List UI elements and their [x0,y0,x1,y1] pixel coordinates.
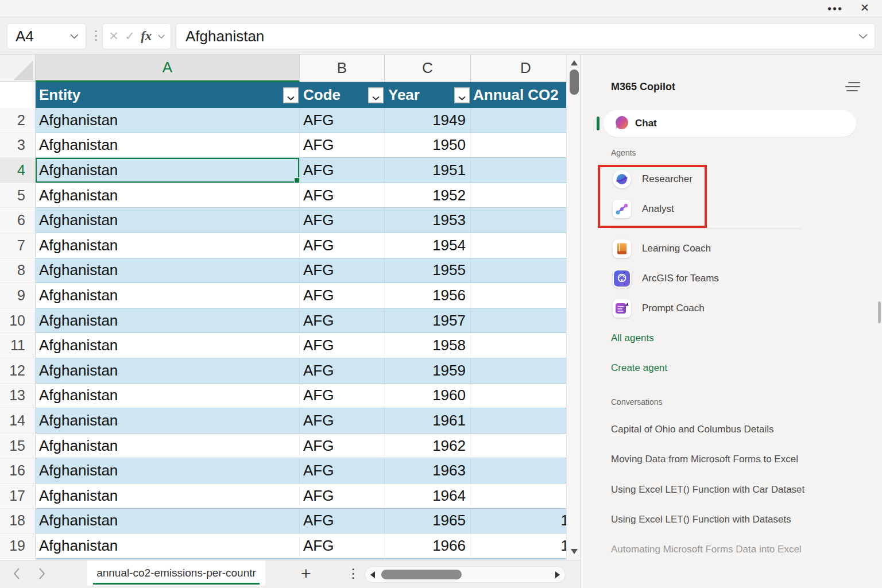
cell-entity[interactable]: Afghanistan [36,233,300,258]
row-header-5[interactable]: 5 [0,183,36,208]
cell-co2[interactable]: 32 [471,333,581,358]
cancel-formula-icon[interactable]: ✕ [109,29,119,43]
enter-formula-icon[interactable]: ✓ [125,29,135,43]
horizontal-scrollbar-thumb[interactable] [381,570,462,579]
row-header-2[interactable]: 2 [0,108,36,133]
cell-year[interactable]: 1953 [385,208,471,233]
all-agents-link[interactable]: All agents [611,332,654,344]
cell-year[interactable]: 1961 [385,408,471,434]
cell-year[interactable]: 1951 [385,158,471,183]
agent-prompt-coach[interactable]: Prompt Coach [613,297,705,320]
cell-code[interactable]: AFG [300,283,385,308]
insert-function-icon[interactable]: fx [141,29,152,44]
filter-icon[interactable] [368,87,384,103]
next-sheet-icon[interactable] [38,567,46,582]
sheet-options-icon[interactable]: ⋮ [347,566,359,581]
cell-co2[interactable]: 29 [471,308,581,334]
cell-entity[interactable]: Afghanistan [36,384,300,409]
expand-formula-bar-icon[interactable] [858,31,868,41]
cell-year[interactable]: 1957 [385,308,471,334]
column-header-b[interactable]: B [300,55,385,82]
cell-co2[interactable]: 9 [471,183,581,208]
cell-year[interactable]: 1954 [385,233,471,258]
cell-code[interactable]: AFG [300,333,385,358]
cell-entity[interactable]: Afghanistan [36,458,300,483]
header-annual-co2[interactable]: Annual CO2 [471,82,581,108]
cell-co2[interactable]: 83 [471,483,581,509]
cell-code[interactable]: AFG [300,358,385,384]
panel-scrollbar-thumb[interactable] [878,301,881,323]
cell-code[interactable]: AFG [300,158,385,183]
select-all-corner[interactable] [0,55,36,82]
cell-year[interactable]: 1966 [385,533,471,559]
row-header-12[interactable]: 12 [0,358,36,384]
cell-co2[interactable]: 70 [471,458,581,483]
more-options-icon[interactable]: ••• [827,5,843,13]
cell-code[interactable]: AFG [300,108,385,133]
chat-item[interactable]: Chat [604,110,856,137]
vertical-scrollbar-thumb[interactable] [570,69,579,95]
cell-entity[interactable]: Afghanistan [36,509,300,534]
row-header-3[interactable]: 3 [0,133,36,158]
cell-entity[interactable]: Afghanistan [36,208,300,233]
row-header-18[interactable]: 18 [0,509,36,534]
cell-entity[interactable]: Afghanistan [36,183,300,208]
cell-year[interactable]: 1950 [385,133,471,158]
scroll-right-icon[interactable] [555,571,560,578]
conversation-item[interactable]: Automating Microsoft Forms Data into Exc… [611,544,802,555]
name-box[interactable]: A4 [7,23,86,49]
cell-code[interactable]: AFG [300,258,385,284]
formula-bar[interactable]: Afghanistan [176,23,875,49]
cell-co2[interactable]: 41 [471,384,581,409]
chevron-down-icon[interactable] [158,31,165,41]
cell-code[interactable]: AFG [300,408,385,434]
close-icon[interactable]: ✕ [860,1,869,14]
cell-entity[interactable]: Afghanistan [36,408,300,434]
filter-icon[interactable] [454,87,470,103]
horizontal-scrollbar[interactable] [365,566,566,583]
create-agent-link[interactable]: Create agent [611,362,667,374]
scroll-up-icon[interactable] [571,60,578,65]
cell-year[interactable]: 1959 [385,358,471,384]
cell-entity[interactable]: Afghanistan [36,258,300,284]
cell-co2[interactable]: 68 [471,434,581,459]
header-year[interactable]: Year [385,82,471,108]
cell-entity[interactable]: Afghanistan [36,308,300,334]
cell-code[interactable]: AFG [300,533,385,559]
row-header-6[interactable]: 6 [0,208,36,233]
cell-year[interactable]: 1962 [385,434,471,459]
cell-year[interactable]: 1952 [385,183,471,208]
cell-co2[interactable]: 9 [471,158,581,183]
prev-sheet-icon[interactable] [13,567,21,582]
vertical-scrollbar[interactable] [566,55,581,560]
cell-entity[interactable]: Afghanistan [36,483,300,509]
name-box-splitter-icon[interactable]: ⋮ [90,28,102,43]
cell-code[interactable]: AFG [300,483,385,509]
cell-year[interactable]: 1958 [385,333,471,358]
cell-entity[interactable]: Afghanistan [36,434,300,459]
row-header-9[interactable]: 9 [0,283,36,308]
row-header-1[interactable] [0,82,36,108]
row-header-17[interactable]: 17 [0,483,36,509]
row-header-8[interactable]: 8 [0,258,36,284]
cell-year[interactable]: 1949 [385,108,471,133]
agent-researcher[interactable]: Researcher [613,168,693,191]
cell-entity[interactable]: Afghanistan [36,358,300,384]
cell-entity[interactable]: Afghanistan [36,108,300,133]
conversation-item[interactable]: Moving Data from Microsoft Forms to Exce… [611,454,798,465]
cell-co2[interactable]: 1 [471,108,581,133]
cell-year[interactable]: 1955 [385,258,471,284]
cell-co2[interactable]: 10 [471,208,581,233]
cell-code[interactable]: AFG [300,384,385,409]
scroll-down-icon[interactable] [571,549,578,554]
cell-entity[interactable]: Afghanistan [36,333,300,358]
cell-co2[interactable]: 8 [471,133,581,158]
row-header-19[interactable]: 19 [0,533,36,559]
row-header-10[interactable]: 10 [0,308,36,334]
conversation-item[interactable]: Using Excel LET() Function with Datasets [611,514,791,525]
agent-analyst[interactable]: Analyst [613,198,674,220]
header-entity[interactable]: Entity [36,82,300,108]
row-header-14[interactable]: 14 [0,408,36,434]
conversation-item[interactable]: Using Excel LET() Function with Car Data… [611,484,804,496]
cell-entity[interactable]: Afghanistan [36,533,300,559]
